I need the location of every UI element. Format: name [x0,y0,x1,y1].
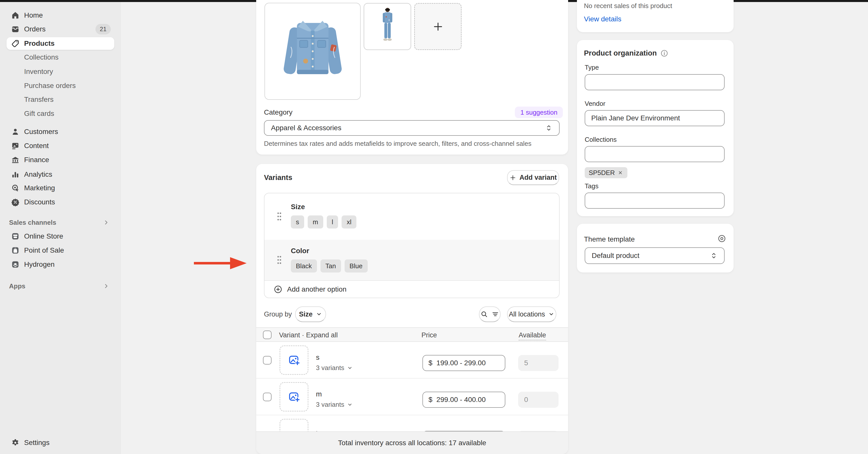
view-icon[interactable] [717,234,726,243]
view-details-link[interactable]: View details [584,15,621,23]
vendor-input[interactable]: Plain Jane Dev Environment [585,110,724,126]
chevron-down-icon [347,402,353,408]
products-tag-icon [11,39,20,48]
option-value-chip[interactable]: l [327,216,338,228]
option-value-chip[interactable]: s [291,216,304,228]
price-column-header: Price [422,331,437,339]
variants-card: Variants Add variant Size s m l xl Color [256,164,568,454]
apps-header[interactable]: Apps [9,281,112,292]
chevron-down-icon [347,365,353,371]
currency-symbol: $ [429,359,433,367]
type-input[interactable] [585,74,724,90]
search-filter-button[interactable] [479,307,501,322]
variant-expand-toggle[interactable]: 3 variants [316,401,353,408]
point-of-sale-icon [11,246,20,255]
price-input[interactable]: $ 199.00 - 299.00 [423,355,505,371]
variant-expand-toggle[interactable]: 3 variants [316,364,353,372]
info-icon[interactable] [660,49,668,57]
sales-channels-header[interactable]: Sales channels [9,217,112,228]
available-input[interactable]: 0 [518,392,559,408]
sidebar-item-inventory[interactable]: Inventory [6,65,114,78]
sidebar-item-finance[interactable]: Finance [6,153,114,166]
sidebar-item-customers[interactable]: Customers [6,125,114,138]
category-select[interactable]: Apparel & Accessories [264,120,560,136]
search-icon [480,310,488,318]
option-name: Color [291,247,309,255]
sidebar-item-home[interactable]: Home [6,9,114,22]
sidebar-item-products[interactable]: Products [6,37,114,50]
category-label: Category [264,108,292,116]
select-all-checkbox[interactable] [263,331,272,339]
circle-plus-icon [274,285,283,294]
available-input[interactable]: 5 [518,355,559,371]
orders-icon [11,25,20,33]
shopify-admin: Home Orders 21 Products Collections Inve… [0,0,868,454]
add-variant-button[interactable]: Add variant [507,170,559,185]
variant-add-image-tile[interactable] [280,345,308,375]
variant-name: m [316,390,322,398]
product-media-category-card: Category 1 suggestion Apparel & Accessor… [256,0,568,154]
variant-options-box: Size s m l xl Color Black Tan Blue [264,193,560,298]
theme-template-title: Theme template [584,235,635,243]
option-value-chip[interactable]: Tan [320,259,341,273]
insights-message: No recent sales of this product [584,2,672,10]
content-icon [11,142,20,150]
discounts-badge-icon [11,198,20,206]
select-chevrons-icon [710,252,718,259]
option-row-color[interactable]: Color Black Tan Blue [265,240,559,280]
variant-column-header[interactable]: Variant · Expand all [279,331,338,339]
filter-lines-icon [492,310,499,318]
variant-add-image-tile[interactable] [280,382,308,412]
sidebar-label: Products [24,39,55,48]
hydrogen-icon [11,260,20,269]
customers-icon [11,127,20,136]
locations-select[interactable]: All locations [507,307,556,322]
option-value-chip[interactable]: m [308,216,323,228]
sidebar-label: Home [24,11,43,19]
add-media-tile[interactable] [414,3,462,50]
option-row-size[interactable]: Size s m l xl [265,193,559,240]
collection-tag: SP5DER [585,167,627,178]
row-checkbox[interactable] [263,393,272,401]
sidebar-item-online-store[interactable]: Online Store [6,230,114,243]
sidebar-item-analytics[interactable]: Analytics [6,168,114,181]
price-input[interactable]: $ 299.00 - 400.00 [423,392,505,408]
sidebar-item-point-of-sale[interactable]: Point of Sale [6,244,114,257]
drag-handle-icon[interactable] [276,255,283,265]
category-suggestion-badge[interactable]: 1 suggestion [515,107,563,118]
sidebar-item-discounts[interactable]: Discounts [6,196,114,208]
variant-row-m: m 3 variants $ 299.00 - 400.00 0 [256,378,568,415]
product-media-main[interactable] [265,3,361,100]
sidebar-item-hydrogen[interactable]: Hydrogen [6,258,114,271]
sidebar-item-content[interactable]: Content [6,140,114,152]
home-icon [11,11,20,20]
gear-icon [11,438,20,447]
tags-input[interactable] [585,193,724,209]
theme-template-select[interactable]: Default product [585,247,724,264]
product-media-thumbnail[interactable] [364,3,411,50]
add-another-option-row[interactable]: Add another option [265,280,559,298]
model-photo-image [379,7,396,47]
sidebar-item-purchase-orders[interactable]: Purchase orders [6,80,114,92]
option-value-chip[interactable]: Black [291,259,317,273]
drag-handle-icon[interactable] [276,211,283,222]
product-organization-title: Product organization [584,49,657,57]
plus-icon [509,174,516,181]
chevron-right-icon [103,219,110,226]
row-checkbox[interactable] [263,356,272,365]
sidebar-item-settings[interactable]: Settings [6,436,114,449]
sidebar-item-marketing[interactable]: Marketing [6,182,114,194]
online-store-icon [11,232,20,240]
option-value-chip[interactable]: xl [342,216,356,228]
chevron-down-icon [548,311,555,317]
group-by-select[interactable]: Size [295,307,326,322]
available-column-header[interactable]: Available [519,331,546,340]
sidebar-item-transfers[interactable]: Transfers [6,93,114,106]
sidebar-item-orders[interactable]: Orders 21 [6,23,114,35]
vendor-label: Vendor [585,100,605,108]
remove-tag-icon[interactable] [617,170,623,176]
option-value-chip[interactable]: Blue [345,259,368,273]
sidebar-item-collections[interactable]: Collections [6,51,114,64]
collections-input[interactable] [585,146,724,162]
sidebar-item-gift-cards[interactable]: Gift cards [6,107,114,120]
